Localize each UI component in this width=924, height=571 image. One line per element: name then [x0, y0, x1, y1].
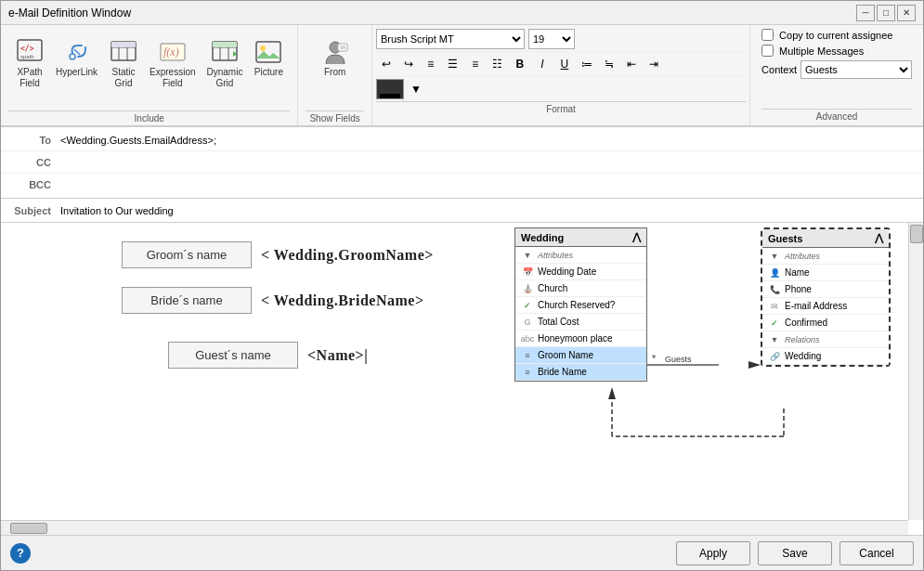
close-button[interactable]: ✕: [897, 5, 916, 21]
font-size-select[interactable]: 19: [528, 29, 575, 49]
bride-name-icon: ≡: [521, 366, 534, 379]
color-swatch: [380, 94, 400, 98]
bcc-label: BCC: [1, 179, 57, 190]
bride-field-box: Bride´s name: [122, 287, 252, 314]
show-fields-label: Show Fields: [306, 110, 363, 123]
svg-text:f(x): f(x): [163, 45, 179, 58]
subject-label: Subject: [1, 205, 57, 216]
justify-button[interactable]: ☷: [488, 54, 508, 74]
church-reserved-row: ✓ Church Reserved?: [515, 297, 646, 314]
bold-button[interactable]: B: [510, 54, 530, 74]
color-picker-button[interactable]: A: [376, 79, 404, 99]
cc-input[interactable]: [57, 151, 923, 173]
copy-checkbox[interactable]: [761, 29, 774, 41]
ribbon: </> xpath XPathField: [1, 25, 923, 127]
h-scroll-thumb[interactable]: [10, 523, 47, 534]
wedding-table-header: Wedding ⋀: [515, 228, 646, 247]
groom-label: Groom´s name: [147, 248, 228, 262]
subject-input[interactable]: [57, 205, 923, 216]
static-grid-button[interactable]: StaticGrid: [104, 32, 143, 92]
minimize-button[interactable]: ─: [856, 5, 875, 21]
svg-marker-28: [748, 361, 761, 369]
svg-rect-15: [213, 42, 237, 47]
italic-button[interactable]: I: [532, 54, 553, 74]
align-center-button[interactable]: ☰: [443, 54, 463, 74]
undo-button[interactable]: ↩: [376, 54, 397, 74]
wedding-table: Wedding ⋀ ▼ Attributes 📅 Wedding Date: [514, 227, 647, 382]
maximize-button[interactable]: □: [877, 5, 895, 21]
bride-name-row: ≡ Bride Name: [515, 364, 646, 381]
font-select[interactable]: Brush Script MT: [376, 29, 525, 49]
picture-button[interactable]: Picture: [249, 32, 288, 81]
to-input[interactable]: [57, 129, 923, 150]
color-dropdown-button[interactable]: ▼: [406, 79, 426, 99]
expression-field-button[interactable]: f(x) ExpressionField: [145, 32, 200, 92]
from-icon: [320, 37, 350, 67]
list-ul-button[interactable]: ≔: [577, 54, 597, 74]
guest-field-value: <Name>|: [307, 347, 368, 364]
align-right-button[interactable]: ≡: [465, 54, 486, 74]
honeymoon-row: abc Honeymoon place: [515, 331, 646, 347]
context-row: Context Guests: [761, 60, 912, 79]
underline-button[interactable]: U: [554, 54, 575, 74]
cancel-button[interactable]: Cancel: [839, 541, 914, 565]
from-button[interactable]: From: [316, 32, 355, 81]
groom-name-icon: ≡: [521, 349, 534, 362]
picture-label: Picture: [254, 67, 283, 78]
horizontal-scrollbar[interactable]: [1, 520, 908, 535]
total-cost-row: G Total Cost: [515, 314, 646, 331]
cc-label: CC: [1, 157, 57, 168]
email-fields: To CC BCC: [1, 127, 923, 199]
help-button[interactable]: ?: [10, 543, 31, 564]
bride-label: Bride´s name: [150, 293, 222, 307]
ribbon-advanced-section: Copy to current assignee Multiple Messag…: [750, 25, 923, 125]
svg-text:xpath: xpath: [20, 54, 34, 59]
guests-table-header: Guests ⋀: [762, 229, 889, 248]
bcc-input[interactable]: [57, 174, 923, 196]
guest-field-box: Guest´s name: [168, 342, 298, 369]
check-icon: ✓: [521, 299, 534, 312]
redo-button[interactable]: ↪: [398, 54, 419, 74]
svg-rect-21: [338, 44, 347, 51]
body-scroll: Groom´s name < Wedding.GroomName> Bride´…: [1, 223, 923, 535]
church-icon: ⛪: [521, 282, 534, 295]
wedding-title: Wedding: [521, 232, 564, 243]
copy-label: Copy to current assignee: [779, 30, 892, 41]
ribbon-include-section: </> xpath XPathField: [1, 25, 298, 125]
svg-marker-32: [608, 387, 616, 399]
ribbon-format-section: Brush Script MT 19 ↩ ↪ ≡ ☰ ≡ ☷ B I U ≔ ≒…: [372, 25, 750, 125]
bottom-left: ?: [10, 543, 31, 564]
include-items: </> xpath XPathField: [8, 29, 290, 110]
guests-attributes-section: ▼ Attributes: [762, 248, 889, 265]
save-button[interactable]: Save: [758, 541, 832, 565]
dynamic-grid-button[interactable]: DynamicGrid: [202, 32, 248, 92]
main-window: e-Mail Definition Window ─ □ ✕ </> xpath: [0, 0, 924, 571]
picture-icon: [254, 37, 283, 67]
apply-button[interactable]: Apply: [676, 541, 750, 565]
guest-relations-section: ▼ Relations: [762, 331, 889, 348]
xpath-field-button[interactable]: </> xpath XPathField: [10, 32, 49, 92]
expression-icon: f(x): [158, 37, 188, 67]
bottom-right: Apply Save Cancel: [676, 541, 914, 565]
messages-label: Multiple Messages: [779, 45, 864, 57]
expression-label: ExpressionField: [150, 67, 195, 89]
bride-field-value: < Wedding.BrideName>: [261, 292, 424, 309]
align-left-button[interactable]: ≡: [421, 54, 441, 74]
list-ol-button[interactable]: ≒: [599, 54, 619, 74]
static-grid-icon: [109, 37, 138, 67]
context-select[interactable]: Guests: [800, 60, 912, 79]
db-diagram: * Guests Wedding ⋀: [514, 227, 904, 469]
dynamic-grid-icon: [210, 37, 240, 67]
hyperlink-button[interactable]: HyperLink: [51, 32, 102, 81]
indent-right-button[interactable]: ⇥: [644, 54, 664, 74]
guests-title: Guests: [768, 233, 802, 244]
static-grid-label: StaticGrid: [112, 67, 136, 89]
guest-name-row: 👤 Name: [762, 265, 889, 281]
ribbon-show-fields-section: From Show Fields: [298, 25, 371, 125]
indent-left-button[interactable]: ⇤: [621, 54, 642, 74]
subject-row: Subject: [1, 199, 923, 223]
guest-email-row: ✉ E-mail Address: [762, 298, 889, 315]
from-label: From: [324, 67, 345, 78]
messages-checkbox[interactable]: [761, 45, 774, 57]
guest-phone-row: 📞 Phone: [762, 281, 889, 298]
